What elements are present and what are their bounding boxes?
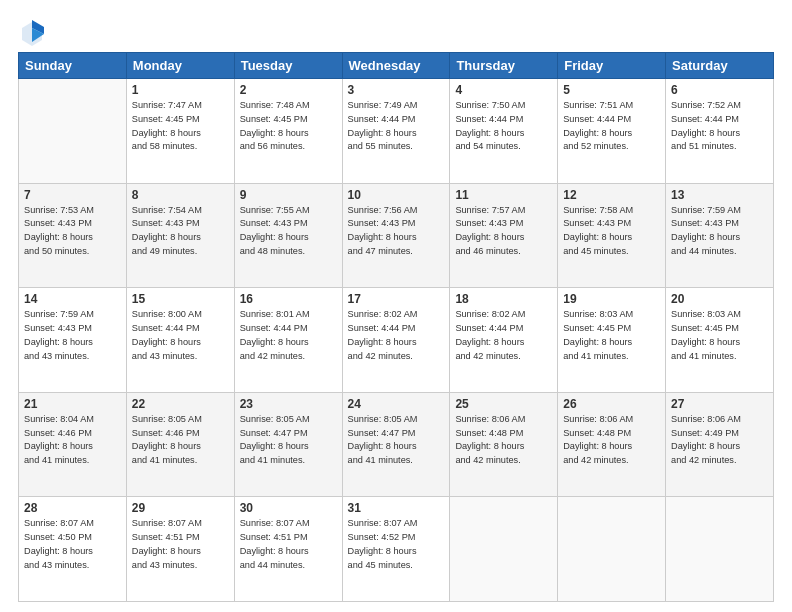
day-number: 1 [132,83,229,97]
day-number: 10 [348,188,445,202]
calendar-cell: 25Sunrise: 8:06 AMSunset: 4:48 PMDayligh… [450,392,558,497]
calendar-week-row: 1Sunrise: 7:47 AMSunset: 4:45 PMDaylight… [19,79,774,184]
day-number: 18 [455,292,552,306]
calendar-table: SundayMondayTuesdayWednesdayThursdayFrid… [18,52,774,602]
day-info: Sunrise: 8:05 AMSunset: 4:47 PMDaylight:… [348,413,445,468]
calendar-cell: 16Sunrise: 8:01 AMSunset: 4:44 PMDayligh… [234,288,342,393]
day-number: 14 [24,292,121,306]
day-number: 25 [455,397,552,411]
day-number: 20 [671,292,768,306]
day-info: Sunrise: 8:07 AMSunset: 4:51 PMDaylight:… [132,517,229,572]
day-number: 13 [671,188,768,202]
day-info: Sunrise: 8:02 AMSunset: 4:44 PMDaylight:… [348,308,445,363]
calendar-cell: 31Sunrise: 8:07 AMSunset: 4:52 PMDayligh… [342,497,450,602]
day-info: Sunrise: 7:55 AMSunset: 4:43 PMDaylight:… [240,204,337,259]
calendar-cell: 23Sunrise: 8:05 AMSunset: 4:47 PMDayligh… [234,392,342,497]
day-info: Sunrise: 8:01 AMSunset: 4:44 PMDaylight:… [240,308,337,363]
calendar-cell: 15Sunrise: 8:00 AMSunset: 4:44 PMDayligh… [126,288,234,393]
logo-icon [18,18,46,46]
calendar-week-row: 7Sunrise: 7:53 AMSunset: 4:43 PMDaylight… [19,183,774,288]
day-info: Sunrise: 8:07 AMSunset: 4:51 PMDaylight:… [240,517,337,572]
calendar-cell: 10Sunrise: 7:56 AMSunset: 4:43 PMDayligh… [342,183,450,288]
page: SundayMondayTuesdayWednesdayThursdayFrid… [0,0,792,612]
day-info: Sunrise: 7:59 AMSunset: 4:43 PMDaylight:… [24,308,121,363]
calendar-cell: 1Sunrise: 7:47 AMSunset: 4:45 PMDaylight… [126,79,234,184]
calendar-cell [450,497,558,602]
calendar-cell: 6Sunrise: 7:52 AMSunset: 4:44 PMDaylight… [666,79,774,184]
calendar-cell: 20Sunrise: 8:03 AMSunset: 4:45 PMDayligh… [666,288,774,393]
day-number: 8 [132,188,229,202]
header [18,18,774,46]
day-number: 31 [348,501,445,515]
calendar-cell: 24Sunrise: 8:05 AMSunset: 4:47 PMDayligh… [342,392,450,497]
day-info: Sunrise: 8:03 AMSunset: 4:45 PMDaylight:… [671,308,768,363]
day-info: Sunrise: 7:58 AMSunset: 4:43 PMDaylight:… [563,204,660,259]
calendar-cell: 3Sunrise: 7:49 AMSunset: 4:44 PMDaylight… [342,79,450,184]
day-info: Sunrise: 7:57 AMSunset: 4:43 PMDaylight:… [455,204,552,259]
logo [18,18,50,46]
day-number: 17 [348,292,445,306]
day-info: Sunrise: 7:50 AMSunset: 4:44 PMDaylight:… [455,99,552,154]
calendar-header-monday: Monday [126,53,234,79]
calendar-cell: 4Sunrise: 7:50 AMSunset: 4:44 PMDaylight… [450,79,558,184]
day-number: 11 [455,188,552,202]
calendar-cell: 27Sunrise: 8:06 AMSunset: 4:49 PMDayligh… [666,392,774,497]
calendar-cell: 12Sunrise: 7:58 AMSunset: 4:43 PMDayligh… [558,183,666,288]
day-number: 12 [563,188,660,202]
day-info: Sunrise: 7:48 AMSunset: 4:45 PMDaylight:… [240,99,337,154]
day-number: 4 [455,83,552,97]
calendar-cell: 9Sunrise: 7:55 AMSunset: 4:43 PMDaylight… [234,183,342,288]
day-info: Sunrise: 8:07 AMSunset: 4:52 PMDaylight:… [348,517,445,572]
day-number: 19 [563,292,660,306]
day-info: Sunrise: 8:06 AMSunset: 4:48 PMDaylight:… [455,413,552,468]
day-number: 28 [24,501,121,515]
day-info: Sunrise: 8:04 AMSunset: 4:46 PMDaylight:… [24,413,121,468]
calendar-header-tuesday: Tuesday [234,53,342,79]
day-info: Sunrise: 8:05 AMSunset: 4:47 PMDaylight:… [240,413,337,468]
calendar-cell: 28Sunrise: 8:07 AMSunset: 4:50 PMDayligh… [19,497,127,602]
day-info: Sunrise: 7:53 AMSunset: 4:43 PMDaylight:… [24,204,121,259]
calendar-cell: 19Sunrise: 8:03 AMSunset: 4:45 PMDayligh… [558,288,666,393]
day-info: Sunrise: 7:47 AMSunset: 4:45 PMDaylight:… [132,99,229,154]
calendar-cell [558,497,666,602]
calendar-header-wednesday: Wednesday [342,53,450,79]
day-number: 7 [24,188,121,202]
calendar-cell: 29Sunrise: 8:07 AMSunset: 4:51 PMDayligh… [126,497,234,602]
day-info: Sunrise: 8:06 AMSunset: 4:49 PMDaylight:… [671,413,768,468]
calendar-cell: 8Sunrise: 7:54 AMSunset: 4:43 PMDaylight… [126,183,234,288]
calendar-cell: 18Sunrise: 8:02 AMSunset: 4:44 PMDayligh… [450,288,558,393]
day-info: Sunrise: 7:59 AMSunset: 4:43 PMDaylight:… [671,204,768,259]
day-info: Sunrise: 7:54 AMSunset: 4:43 PMDaylight:… [132,204,229,259]
calendar-header-friday: Friday [558,53,666,79]
day-info: Sunrise: 8:07 AMSunset: 4:50 PMDaylight:… [24,517,121,572]
day-number: 6 [671,83,768,97]
calendar-cell: 2Sunrise: 7:48 AMSunset: 4:45 PMDaylight… [234,79,342,184]
day-info: Sunrise: 8:03 AMSunset: 4:45 PMDaylight:… [563,308,660,363]
day-number: 26 [563,397,660,411]
day-number: 2 [240,83,337,97]
calendar-cell: 26Sunrise: 8:06 AMSunset: 4:48 PMDayligh… [558,392,666,497]
calendar-cell: 13Sunrise: 7:59 AMSunset: 4:43 PMDayligh… [666,183,774,288]
calendar-week-row: 28Sunrise: 8:07 AMSunset: 4:50 PMDayligh… [19,497,774,602]
day-number: 23 [240,397,337,411]
day-number: 15 [132,292,229,306]
calendar-week-row: 21Sunrise: 8:04 AMSunset: 4:46 PMDayligh… [19,392,774,497]
day-number: 5 [563,83,660,97]
day-info: Sunrise: 8:06 AMSunset: 4:48 PMDaylight:… [563,413,660,468]
calendar-cell [19,79,127,184]
day-info: Sunrise: 7:52 AMSunset: 4:44 PMDaylight:… [671,99,768,154]
day-number: 16 [240,292,337,306]
calendar-cell [666,497,774,602]
day-number: 21 [24,397,121,411]
day-number: 22 [132,397,229,411]
day-info: Sunrise: 7:51 AMSunset: 4:44 PMDaylight:… [563,99,660,154]
day-info: Sunrise: 8:00 AMSunset: 4:44 PMDaylight:… [132,308,229,363]
day-number: 30 [240,501,337,515]
calendar-header-saturday: Saturday [666,53,774,79]
calendar-cell: 7Sunrise: 7:53 AMSunset: 4:43 PMDaylight… [19,183,127,288]
calendar-header-sunday: Sunday [19,53,127,79]
calendar-cell: 21Sunrise: 8:04 AMSunset: 4:46 PMDayligh… [19,392,127,497]
calendar-header-row: SundayMondayTuesdayWednesdayThursdayFrid… [19,53,774,79]
calendar-header-thursday: Thursday [450,53,558,79]
day-number: 9 [240,188,337,202]
